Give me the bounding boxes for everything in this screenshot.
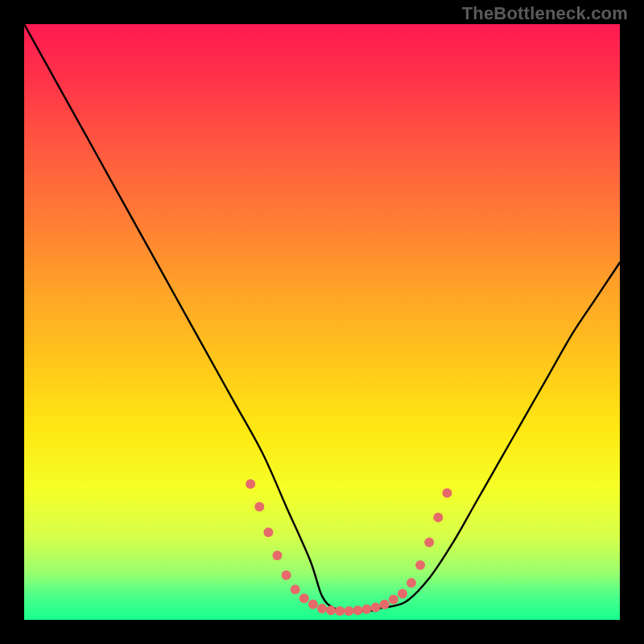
- marker-dot: [362, 605, 372, 614]
- marker-dot: [344, 606, 353, 616]
- marker-dot: [308, 600, 318, 609]
- plot-area: [24, 24, 620, 620]
- marker-dot: [273, 551, 283, 560]
- marker-dot: [335, 606, 345, 616]
- marker-dot: [291, 584, 300, 594]
- marker-dot: [424, 538, 434, 547]
- watermark-text: TheBottleneck.com: [462, 3, 628, 24]
- chart-svg: [24, 24, 620, 620]
- marker-dot: [317, 604, 327, 613]
- marker-dot: [415, 560, 425, 570]
- marker-dot: [353, 605, 362, 615]
- curve-line: [24, 24, 620, 611]
- marker-dot: [371, 602, 381, 612]
- marker-dot: [263, 527, 273, 537]
- marker-dot: [442, 488, 452, 497]
- marker-dot: [282, 571, 291, 580]
- marker-dot: [433, 513, 443, 522]
- marker-dot: [254, 502, 264, 511]
- curve-markers: [246, 479, 452, 616]
- marker-dot: [398, 588, 407, 598]
- marker-dot: [380, 600, 390, 609]
- marker-dot: [299, 593, 309, 603]
- marker-dot: [407, 578, 416, 588]
- marker-dot: [389, 595, 398, 605]
- marker-dot: [326, 605, 336, 615]
- chart-container: TheBottleneck.com: [0, 0, 644, 644]
- marker-dot: [246, 479, 255, 489]
